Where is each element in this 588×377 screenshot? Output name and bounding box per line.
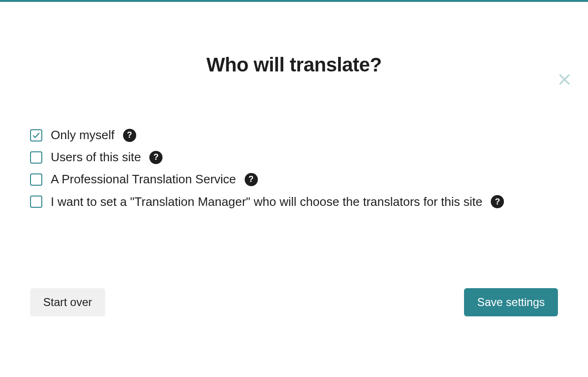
option-label: Only myself — [51, 128, 115, 142]
start-over-button[interactable]: Start over — [30, 288, 105, 316]
close-button[interactable] — [556, 71, 573, 88]
modal-title: Who will translate? — [30, 54, 558, 76]
checkbox-only-myself[interactable] — [30, 129, 42, 141]
options-list: Only myself ? Users of this site ? A Pro… — [30, 128, 558, 209]
option-professional-service: A Professional Translation Service ? — [30, 172, 558, 187]
save-settings-button[interactable]: Save settings — [464, 288, 558, 316]
top-accent-bar — [0, 0, 588, 2]
help-icon[interactable]: ? — [123, 129, 136, 142]
option-label: I want to set a "Translation Manager" wh… — [51, 195, 482, 209]
help-icon[interactable]: ? — [491, 195, 504, 208]
checkbox-users-of-site[interactable] — [30, 151, 42, 164]
option-translation-manager: I want to set a "Translation Manager" wh… — [30, 195, 558, 209]
checkbox-translation-manager[interactable] — [30, 196, 42, 208]
modal-footer: Start over Save settings — [30, 288, 558, 316]
close-icon — [558, 73, 571, 87]
option-label: A Professional Translation Service — [51, 172, 236, 187]
help-icon[interactable]: ? — [245, 173, 258, 186]
checkbox-professional-service[interactable] — [30, 173, 42, 186]
option-users-of-site: Users of this site ? — [30, 150, 558, 165]
option-label: Users of this site — [51, 150, 141, 165]
check-icon — [32, 131, 40, 140]
help-icon[interactable]: ? — [149, 151, 162, 164]
translator-setup-modal: Who will translate? Only myself ? Users … — [0, 54, 588, 316]
option-only-myself: Only myself ? — [30, 128, 558, 142]
